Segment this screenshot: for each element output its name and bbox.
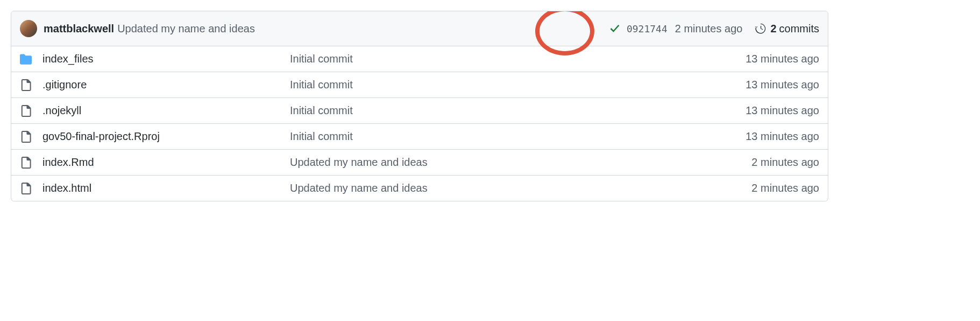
file-commit-message[interactable]: Initial commit (290, 79, 745, 91)
commit-message[interactable]: Updated my name and ideas (117, 23, 255, 35)
history-icon (755, 23, 766, 34)
file-icon (20, 131, 32, 143)
commit-header: mattblackwell Updated my name and ideas … (11, 11, 828, 46)
file-time: 13 minutes ago (745, 130, 819, 143)
commits-count: 2 (770, 23, 776, 35)
file-row[interactable]: index.Rmd Updated my name and ideas 2 mi… (11, 150, 828, 176)
file-row[interactable]: .gitignore Initial commit 13 minutes ago (11, 72, 828, 98)
file-time: 2 minutes ago (751, 182, 819, 194)
file-name[interactable]: index.html (42, 182, 290, 194)
commits-label: commits (779, 23, 819, 35)
file-name[interactable]: gov50-final-project.Rproj (42, 130, 290, 143)
file-row[interactable]: gov50-final-project.Rproj Initial commit… (11, 124, 828, 150)
file-row[interactable]: index_files Initial commit 13 minutes ag… (11, 46, 828, 72)
file-time: 13 minutes ago (745, 79, 819, 91)
file-time: 13 minutes ago (745, 53, 819, 65)
file-commit-message[interactable]: Updated my name and ideas (290, 156, 751, 169)
file-row[interactable]: .nojekyll Initial commit 13 minutes ago (11, 98, 828, 124)
file-name[interactable]: .nojekyll (42, 104, 290, 117)
file-name[interactable]: .gitignore (42, 79, 290, 91)
file-commit-message[interactable]: Updated my name and ideas (290, 182, 751, 194)
file-icon (20, 157, 32, 169)
file-row[interactable]: index.html Updated my name and ideas 2 m… (11, 176, 828, 201)
file-commit-message[interactable]: Initial commit (290, 104, 745, 117)
commit-time: 2 minutes ago (675, 23, 743, 35)
commit-hash[interactable]: 0921744 (627, 23, 667, 34)
commits-link[interactable]: 2 commits (755, 23, 819, 35)
file-time: 13 minutes ago (745, 104, 819, 117)
file-listing-box: mattblackwell Updated my name and ideas … (11, 11, 828, 201)
file-name[interactable]: index.Rmd (42, 156, 290, 169)
folder-icon (20, 53, 32, 65)
commit-author[interactable]: mattblackwell (44, 23, 114, 35)
file-icon (20, 79, 32, 91)
file-icon (20, 105, 32, 117)
file-commit-message[interactable]: Initial commit (290, 53, 745, 65)
file-name[interactable]: index_files (42, 53, 290, 65)
check-icon[interactable] (609, 23, 620, 34)
avatar[interactable] (20, 20, 37, 37)
file-commit-message[interactable]: Initial commit (290, 130, 745, 143)
file-time: 2 minutes ago (751, 156, 819, 169)
file-icon (20, 183, 32, 194)
